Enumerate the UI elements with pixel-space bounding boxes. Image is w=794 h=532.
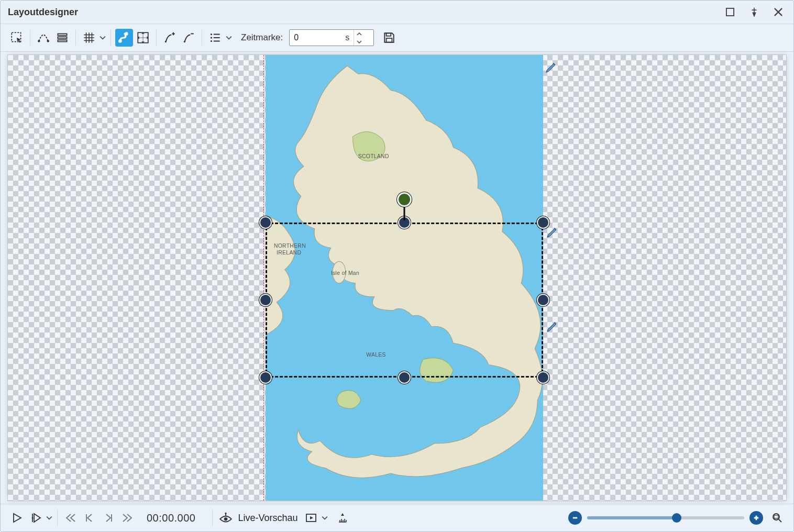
keyframe-add-button[interactable] [161, 29, 179, 47]
live-preview-label: Live-Vorschau [238, 513, 297, 524]
preview-mode-dropdown[interactable] [321, 515, 328, 521]
timemark-unit: s [345, 30, 354, 46]
map-label-scotland: SCOTLAND [358, 153, 389, 159]
timemark-label: Zeitmarke: [241, 32, 283, 43]
pin-icon[interactable] [749, 7, 759, 17]
play-from-start-button[interactable] [27, 509, 45, 527]
edit-pencil-icon[interactable] [545, 60, 560, 76]
zoom-fit-button[interactable] [768, 509, 786, 527]
svg-point-10 [165, 41, 167, 42]
edit-pencil-icon[interactable] [546, 225, 561, 241]
save-button[interactable] [380, 29, 398, 47]
svg-point-21 [224, 517, 228, 521]
handle-s[interactable] [398, 371, 411, 384]
svg-point-19 [32, 517, 34, 519]
svg-point-7 [119, 40, 122, 42]
zoom-control [568, 509, 786, 527]
zoom-in-button[interactable] [749, 511, 763, 525]
origin-stem [404, 206, 405, 220]
close-icon[interactable] [774, 7, 783, 17]
grid-dropdown[interactable] [99, 35, 106, 41]
preview-mode-button[interactable] [302, 509, 320, 527]
zoom-slider[interactable] [587, 513, 744, 523]
keyframe-remove-button[interactable] [180, 29, 197, 47]
step-back-button[interactable] [81, 509, 98, 527]
window-controls [725, 7, 783, 17]
play-dropdown[interactable] [46, 515, 53, 521]
svg-rect-15 [387, 33, 391, 36]
handle-sw[interactable] [259, 371, 272, 384]
svg-rect-5 [58, 37, 67, 38]
bottom-toolbar: 00:00.000 Live-Vorschau [1, 504, 793, 531]
handle-e[interactable] [537, 294, 549, 306]
step-forward-button[interactable] [100, 509, 117, 527]
svg-point-13 [211, 37, 212, 38]
timemark-value-field[interactable] [290, 30, 345, 46]
timemark-spin-down[interactable] [354, 38, 365, 46]
svg-point-14 [211, 40, 212, 42]
selection-rectangle[interactable] [266, 223, 543, 378]
svg-point-12 [211, 34, 212, 35]
path-edit-tool-button[interactable] [35, 29, 52, 47]
play-button[interactable] [8, 509, 26, 527]
grid-button[interactable] [80, 29, 98, 47]
svg-point-8 [125, 32, 128, 35]
svg-rect-0 [726, 8, 734, 16]
layer-stack-button[interactable] [53, 29, 71, 47]
pan-target-button[interactable] [134, 29, 152, 47]
origin-marker[interactable] [397, 192, 412, 207]
canvas[interactable]: SCOTLAND NORTHERN IRELAND Isle of Man WA… [8, 55, 786, 501]
titlebar: Layoutdesigner [1, 1, 793, 24]
layoutdesigner-window: Layoutdesigner [0, 0, 794, 532]
list-options-button[interactable] [206, 29, 224, 47]
edit-pencil-icon[interactable] [546, 319, 561, 335]
live-preview-eye-button[interactable] [217, 509, 235, 527]
zoom-out-button[interactable] [568, 511, 582, 525]
handle-w[interactable] [259, 294, 272, 306]
top-toolbar: Zeitmarke: s [1, 24, 793, 52]
select-tool-button[interactable] [8, 29, 26, 47]
ruler-marker-button[interactable] [334, 509, 351, 527]
vertical-guide[interactable] [263, 55, 264, 501]
svg-rect-6 [58, 40, 67, 41]
timemark-spin-up[interactable] [354, 30, 365, 38]
timemark-input[interactable]: s [289, 29, 374, 46]
rewind-button[interactable] [62, 509, 80, 527]
handle-se[interactable] [537, 371, 549, 384]
maximize-icon[interactable] [725, 7, 735, 17]
list-options-dropdown[interactable] [225, 35, 233, 41]
svg-point-11 [184, 41, 185, 42]
svg-rect-24 [774, 515, 778, 518]
timecode: 00:00.000 [147, 512, 195, 524]
svg-point-20 [225, 513, 227, 514]
window-title: Layoutdesigner [8, 7, 78, 18]
svg-rect-4 [58, 34, 67, 35]
route-tool-button[interactable] [115, 29, 133, 47]
svg-rect-16 [387, 38, 392, 42]
fast-forward-button[interactable] [118, 509, 136, 527]
svg-point-2 [38, 40, 40, 42]
svg-point-3 [47, 40, 49, 42]
handle-nw[interactable] [259, 216, 272, 229]
